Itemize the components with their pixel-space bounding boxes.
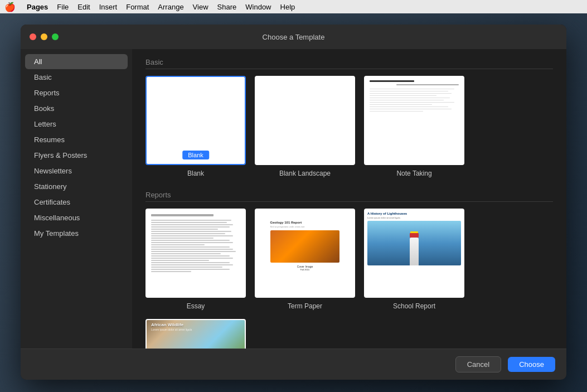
sidebar-item-resumes[interactable]: Resumes (25, 132, 128, 147)
template-visual-report-thumb: African Wildlife Lorem ipsum dolor sit a… (145, 319, 246, 349)
sidebar-item-letters[interactable]: Letters (25, 117, 128, 132)
close-button[interactable] (30, 33, 36, 40)
choose-button[interactable]: Choose (508, 357, 555, 372)
menubar-arrange[interactable]: Arrange (158, 3, 183, 11)
template-school-report-thumb: A History of Lighthouses Lorem ipsum dol… (364, 209, 464, 298)
template-term-paper[interactable]: Geology 101 Report Sed ut perspiciatis u… (255, 209, 355, 310)
menubar-format[interactable]: Format (126, 3, 149, 11)
menubar-help[interactable]: Help (280, 3, 295, 11)
menubar-app[interactable]: Pages (27, 3, 48, 11)
dialog-title: Choose a Template (263, 33, 325, 41)
sidebar-item-books[interactable]: Books (25, 101, 128, 116)
maximize-button[interactable] (52, 33, 59, 40)
reports-template-grid: Essay Geology 101 Report Sed ut perspici… (145, 209, 553, 349)
sidebar-item-newsletters[interactable]: Newsletters (25, 163, 128, 178)
menubar-share[interactable]: Share (217, 3, 237, 11)
sidebar-item-miscellaneous[interactable]: Miscellaneous (25, 210, 128, 225)
selected-badge: Blank (182, 151, 209, 159)
sidebar-item-certificates[interactable]: Certificates (25, 195, 128, 210)
traffic-lights (30, 33, 59, 40)
template-note-taking[interactable]: Note Taking (364, 76, 464, 177)
basic-template-grid: Blank Blank Blank Landscape (145, 76, 553, 177)
template-blank-thumb: Blank (145, 76, 246, 165)
template-visual-report[interactable]: African Wildlife Lorem ipsum dolor sit a… (145, 319, 246, 349)
template-blank-label: Blank (187, 170, 204, 177)
template-term-paper-label: Term Paper (288, 302, 322, 310)
template-blank[interactable]: Blank Blank (145, 76, 246, 177)
template-essay-thumb (145, 209, 246, 298)
menubar-insert[interactable]: Insert (99, 3, 118, 11)
reports-section-header: Reports (145, 191, 553, 202)
sidebar-item-all[interactable]: All (25, 54, 128, 69)
template-school-report[interactable]: A History of Lighthouses Lorem ipsum dol… (364, 209, 464, 310)
template-note-taking-label: Note Taking (396, 170, 431, 177)
cancel-button[interactable]: Cancel (455, 356, 501, 372)
apple-menu[interactable]: 🍎 (4, 2, 16, 12)
menubar-view[interactable]: View (193, 3, 208, 11)
template-school-report-label: School Report (393, 302, 435, 310)
template-term-paper-thumb: Geology 101 Report Sed ut perspiciatis u… (255, 209, 355, 298)
menubar-window[interactable]: Window (245, 3, 271, 11)
sidebar-item-mytemplates[interactable]: My Templates (25, 226, 128, 241)
template-note-taking-thumb (364, 76, 464, 165)
sidebar-item-basic[interactable]: Basic (25, 70, 128, 85)
menubar-file[interactable]: File (57, 3, 69, 11)
sidebar-item-reports[interactable]: Reports (25, 85, 128, 100)
menubar: 🍎 Pages File Edit Insert Format Arrange … (0, 0, 587, 13)
main-content: All Basic Reports Books Letters Resumes … (21, 49, 566, 349)
dialog-titlebar: Choose a Template (21, 25, 566, 49)
sidebar: All Basic Reports Books Letters Resumes … (21, 49, 132, 349)
bottom-bar: Cancel Choose (21, 349, 566, 380)
template-blank-landscape-thumb (255, 76, 355, 165)
template-essay[interactable]: Essay (145, 209, 246, 310)
sidebar-item-flyers[interactable]: Flyers & Posters (25, 148, 128, 163)
minimize-button[interactable] (41, 33, 47, 40)
template-blank-landscape[interactable]: Blank Landscape (255, 76, 355, 177)
template-blank-landscape-label: Blank Landscape (279, 170, 331, 177)
basic-section-header: Basic (145, 58, 553, 69)
sidebar-item-stationery[interactable]: Stationery (25, 179, 128, 194)
choose-template-dialog: Choose a Template All Basic Reports Book… (21, 25, 566, 380)
template-essay-label: Essay (187, 302, 205, 310)
menubar-edit[interactable]: Edit (77, 3, 90, 11)
template-area: Basic Blank Blank Blank Landscape (132, 49, 566, 349)
